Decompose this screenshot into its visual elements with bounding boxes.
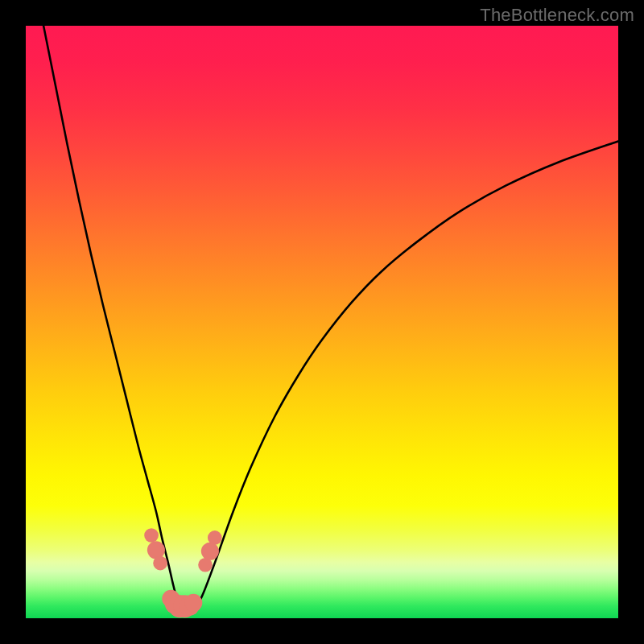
background-gradient [26, 26, 618, 618]
plot-area [26, 26, 618, 618]
chart-frame: TheBottleneck.com [0, 0, 644, 644]
svg-rect-0 [26, 26, 618, 618]
watermark-text: TheBottleneck.com [480, 5, 634, 26]
